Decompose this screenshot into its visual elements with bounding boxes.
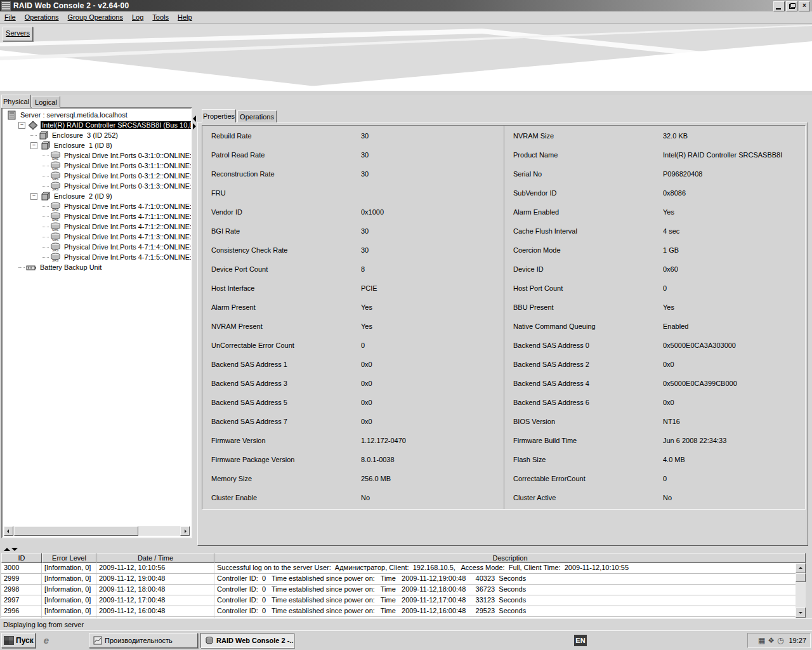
tree-item[interactable]: SASPhysical Drive Int.Ports 4-7:1:1::ONL… xyxy=(3,211,191,222)
property-row: Backend SAS Address 60x0 xyxy=(504,392,806,411)
tray-scheduler-icon[interactable]: ◷ xyxy=(777,637,783,644)
property-label: Backend SAS Address 5 xyxy=(211,399,287,406)
tree-item[interactable]: SASPhysical Drive Int.Ports 4-7:1:5::ONL… xyxy=(3,252,191,262)
tree-item-label[interactable]: Physical Drive Int.Ports 4-7:1:2::ONLINE… xyxy=(63,223,191,230)
tree-item[interactable]: SASPhysical Drive Int.Ports 4-7:1:3::ONL… xyxy=(3,232,191,242)
splitter-collapse-up-icon[interactable] xyxy=(4,548,10,551)
property-value: Enabled xyxy=(663,322,688,330)
tree-item[interactable]: SASPhysical Drive Int.Ports 4-7:1:0::ONL… xyxy=(3,201,191,211)
scroll-left-button[interactable] xyxy=(4,526,13,536)
tree-item-label[interactable]: Physical Drive Int.Ports 0-3:1:2::ONLINE… xyxy=(63,172,191,180)
tab-properties[interactable]: Properties xyxy=(202,109,236,123)
tree-item[interactable]: SASPhysical Drive Int.Ports 0-3:1:3::ONL… xyxy=(3,181,191,191)
minimize-button[interactable] xyxy=(773,1,785,11)
log-cell: 2009-11-12, 17:00:48 xyxy=(96,595,214,606)
tree-item-label[interactable]: Physical Drive Int.Ports 0-3:1:1::ONLINE… xyxy=(63,162,191,169)
tree-item-label[interactable]: Physical Drive Int.Ports 4-7:1:0::ONLINE… xyxy=(63,202,191,210)
restore-button[interactable] xyxy=(786,1,797,11)
property-value: Jun 6 2008 22:34:33 xyxy=(663,437,726,444)
tree-collapse-icon[interactable]: − xyxy=(18,122,25,129)
tree-item[interactable]: SASPhysical Drive Int.Ports 0-3:1:2::ONL… xyxy=(3,171,191,181)
tree-item-label[interactable]: Enclosure 2 (ID 9) xyxy=(53,192,114,200)
log-column-header-error-level[interactable]: Error Level xyxy=(42,553,96,563)
servers-button[interactable]: Servers xyxy=(3,27,33,41)
tree-item[interactable]: −Enclosure 2 (ID 9) xyxy=(3,191,191,201)
log-row[interactable]: 2999[Information, 0]2009-11-12, 19:00:48… xyxy=(1,574,806,585)
tree-item-label[interactable]: Enclosure 3 (ID 252) xyxy=(51,131,119,139)
log-column-header-description[interactable]: Description xyxy=(214,553,806,563)
property-row: Backend SAS Address 30x0 xyxy=(202,373,504,392)
scroll-thumb[interactable] xyxy=(796,573,806,582)
tray-utility-icon[interactable]: ❖ xyxy=(768,637,775,644)
vertical-splitter[interactable] xyxy=(192,114,197,133)
tree-item-label[interactable]: Physical Drive Int.Ports 4-7:1:3::ONLINE… xyxy=(63,233,191,241)
log-vertical-scrollbar[interactable] xyxy=(796,563,806,618)
menu-item-log[interactable]: Log xyxy=(128,12,148,22)
tree-collapse-icon[interactable]: − xyxy=(30,193,37,200)
scroll-up-button[interactable] xyxy=(796,563,806,573)
splitter-expand-down-icon[interactable] xyxy=(11,548,18,551)
tree-item[interactable]: SASPhysical Drive Int.Ports 4-7:1:4::ONL… xyxy=(3,242,191,252)
menu-item-help[interactable]: Help xyxy=(173,12,197,22)
internet-explorer-icon[interactable]: e xyxy=(41,635,52,646)
scroll-down-button[interactable] xyxy=(796,607,806,618)
splitter-collapse-left-icon[interactable] xyxy=(193,116,196,122)
scroll-thumb[interactable] xyxy=(14,526,138,536)
tab-operations[interactable]: Operations xyxy=(237,110,277,123)
tab-physical[interactable]: Physical xyxy=(1,95,31,108)
svg-text:SAS: SAS xyxy=(52,258,59,262)
tree-collapse-icon[interactable]: − xyxy=(30,142,37,149)
tree-item-label[interactable]: Battery Backup Unit xyxy=(39,263,103,271)
splitter-expand-right-icon[interactable] xyxy=(193,123,196,129)
sas-drive-icon: SAS xyxy=(50,232,61,242)
svg-text:SAS: SAS xyxy=(52,187,59,191)
task-button-2[interactable]: RAID Web Console 2 -... xyxy=(200,633,294,648)
language-indicator[interactable]: EN xyxy=(574,635,587,646)
tree-item-label[interactable]: Enclosure 1 (ID 8) xyxy=(53,142,114,149)
windows-flag-icon xyxy=(4,636,14,645)
tree-item[interactable]: Enclosure 3 (ID 252) xyxy=(3,130,191,140)
tab-logical[interactable]: Logical xyxy=(32,96,60,108)
tree-item[interactable]: Server : serversql.metida.localhost xyxy=(3,110,191,120)
svg-text:SAS: SAS xyxy=(52,238,59,242)
menu-item-operations[interactable]: Operations xyxy=(20,12,63,22)
clock[interactable]: 19:27 xyxy=(789,637,806,644)
tree-item[interactable]: Battery Backup Unit xyxy=(3,262,191,272)
tree-item-label[interactable]: Physical Drive Int.Ports 0-3:1:0::ONLINE… xyxy=(63,152,191,159)
log-cell: [Information, 0] xyxy=(42,574,96,584)
close-button[interactable]: × xyxy=(799,1,810,11)
property-row: NVRAM PresentYes xyxy=(202,316,504,335)
log-cell: [Information, 0] xyxy=(42,606,96,616)
property-label: Device ID xyxy=(513,265,544,273)
tree-item[interactable]: SASPhysical Drive Int.Ports 0-3:1:1::ONL… xyxy=(3,161,191,171)
log-column-header-id[interactable]: ID xyxy=(1,553,42,563)
menu-item-group-operations[interactable]: Group Operations xyxy=(63,12,128,22)
tree-item-label[interactable]: Physical Drive Int.Ports 4-7:1:1::ONLINE… xyxy=(63,213,191,220)
tree-connector-line xyxy=(43,257,49,258)
properties-column-right: NVRAM Size32.0 KBProduct NameIntel(R) RA… xyxy=(504,126,806,509)
tree-item[interactable]: SASPhysical Drive Int.Ports 0-3:1:0::ONL… xyxy=(3,150,191,161)
tree-item-label[interactable]: Physical Drive Int.Ports 0-3:1:3::ONLINE… xyxy=(63,182,191,190)
tree-item[interactable]: −Enclosure 1 (ID 8) xyxy=(3,140,191,150)
tree-connector-line xyxy=(43,166,49,166)
tree-item-label[interactable]: Server : serversql.metida.localhost xyxy=(19,111,129,119)
tree-item[interactable]: −Intel(R) RAID Controller SRCSASBB8I (Bu… xyxy=(3,120,191,130)
scroll-right-button[interactable] xyxy=(180,526,190,536)
log-row[interactable]: 3000[Information, 0]2009-11-12, 10:10:56… xyxy=(1,563,806,574)
start-button[interactable]: Пуск xyxy=(1,633,36,648)
log-row[interactable]: 2997[Information, 0]2009-11-12, 17:00:48… xyxy=(1,595,806,606)
log-row[interactable]: 2996[Information, 0]2009-11-12, 16:00:48… xyxy=(1,606,806,617)
tree-item-label[interactable]: Physical Drive Int.Ports 4-7:1:4::ONLINE… xyxy=(63,243,191,251)
menu-item-file[interactable]: File xyxy=(0,12,20,22)
tray-display-icon[interactable]: ▦ xyxy=(758,637,765,644)
tree-item-label[interactable]: Physical Drive Int.Ports 4-7:1:5::ONLINE… xyxy=(63,253,191,261)
log-row[interactable]: 2998[Information, 0]2009-11-12, 18:00:48… xyxy=(1,585,806,595)
tree-item[interactable]: SASPhysical Drive Int.Ports 4-7:1:2::ONL… xyxy=(3,222,191,232)
menu-item-tools[interactable]: Tools xyxy=(148,12,173,22)
tree-horizontal-scrollbar[interactable] xyxy=(4,526,190,536)
task-button-1[interactable]: Производительность xyxy=(89,633,198,648)
properties-column-left: Rebuild Rate30Patrol Read Rate30Reconstr… xyxy=(202,126,504,509)
svg-text:SAS: SAS xyxy=(52,228,59,232)
log-column-header-date-time[interactable]: Date / Time xyxy=(96,553,214,563)
tree-item-label[interactable]: Intel(R) RAID Controller SRCSASBB8I (Bus… xyxy=(41,121,191,129)
